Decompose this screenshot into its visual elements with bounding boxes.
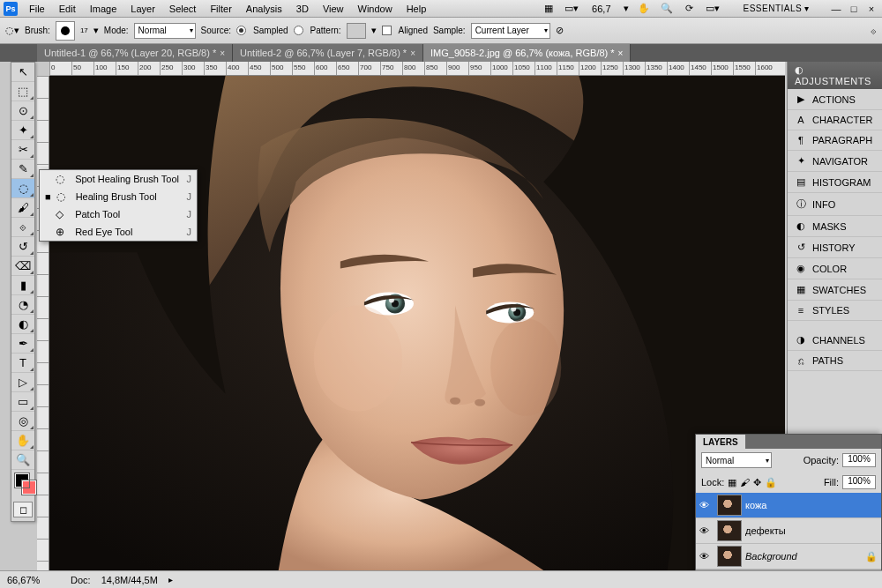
flyout-item[interactable]: ◌Spot Healing Brush ToolJ	[40, 170, 197, 188]
document-tab[interactable]: Untitled-2 @ 66,7% (Layer 7, RGB/8) *×	[233, 44, 423, 62]
layer-thumbnail[interactable]	[717, 546, 742, 567]
dodge-tool[interactable]: ◐	[11, 315, 34, 334]
panel-channels[interactable]: ◑CHANNELS	[788, 330, 882, 351]
shape-tool[interactable]: ▭	[11, 392, 34, 412]
menu-layer[interactable]: Layer	[124, 2, 161, 16]
panel-histogram[interactable]: ▤HISTOGRAM	[788, 172, 882, 193]
lasso-tool[interactable]: ⊙	[11, 101, 34, 121]
menu-view[interactable]: View	[317, 2, 350, 16]
rotate-icon[interactable]: ⟳	[682, 2, 698, 16]
panel-swatches[interactable]: ▦SWATCHES	[788, 279, 882, 301]
zoom-icon[interactable]: 🔍	[659, 2, 675, 16]
visibility-icon[interactable]: 👁	[699, 500, 714, 510]
zoom-tool[interactable]: 🔍	[11, 450, 34, 470]
screenmode-icon[interactable]: ▭▾	[705, 2, 721, 16]
layers-tab[interactable]: LAYERS	[696, 435, 745, 450]
lock-pixels-icon[interactable]: 🖌	[740, 477, 750, 488]
aligned-checkbox[interactable]	[382, 26, 392, 35]
flyout-item[interactable]: ■ ◌Healing Brush ToolJ	[40, 188, 197, 205]
maximize-button[interactable]: □	[847, 4, 861, 14]
panel-actions[interactable]: ▶ACTIONS	[788, 89, 882, 110]
quickmask-icon[interactable]: ◻	[13, 502, 33, 517]
crop-tool[interactable]: ✂	[11, 140, 34, 160]
pattern-swatch[interactable]	[347, 23, 366, 39]
panel-paths[interactable]: ⎌PATHS	[788, 351, 882, 371]
pen-tool[interactable]: ✒	[11, 334, 34, 354]
flyout-item[interactable]: ⊕Red Eye ToolJ	[40, 223, 197, 241]
panel-history[interactable]: ↺HISTORY	[788, 237, 882, 258]
hand-icon[interactable]: ✋	[636, 2, 652, 16]
visibility-icon[interactable]: 👁	[699, 551, 714, 562]
brush-preview[interactable]	[56, 21, 75, 41]
panel-color[interactable]: ◉COLOR	[788, 258, 882, 279]
wand-tool[interactable]: ✦	[11, 121, 34, 140]
menu-edit[interactable]: Edit	[53, 2, 82, 16]
panel-styles[interactable]: ≡STYLES	[788, 301, 882, 321]
tab-close-icon[interactable]: ×	[410, 48, 415, 58]
3d-tool[interactable]: ◎	[11, 412, 34, 431]
tab-close-icon[interactable]: ×	[618, 48, 624, 58]
panel-navigator[interactable]: ✦NAVIGATOR	[788, 151, 882, 172]
brush-tool[interactable]: 🖌	[11, 198, 34, 218]
lock-transparency-icon[interactable]: ▦	[728, 477, 736, 488]
layer-row[interactable]: 👁дефекты	[696, 518, 881, 544]
eyedropper-tool[interactable]: ✎	[11, 160, 34, 179]
menu-3d[interactable]: 3D	[290, 2, 315, 16]
tab-close-icon[interactable]: ×	[220, 48, 225, 58]
close-button[interactable]: ×	[864, 4, 878, 14]
layer-name[interactable]: Background	[745, 551, 797, 562]
pattern-radio[interactable]	[294, 26, 303, 35]
hand-tool[interactable]: ✋	[11, 431, 34, 450]
move-tool[interactable]: ↖	[11, 63, 34, 82]
tool-preset-icon[interactable]: ◌▾	[5, 25, 19, 36]
layer-name[interactable]: кожа	[745, 500, 766, 510]
stamp-tool[interactable]: ⟐	[11, 218, 34, 237]
menu-select[interactable]: Select	[163, 2, 203, 16]
minimize-button[interactable]: —	[829, 4, 843, 14]
panel-character[interactable]: ACHARACTER	[788, 110, 882, 130]
fill-field[interactable]: 100%	[842, 475, 876, 489]
status-zoom[interactable]: 66,67%	[7, 575, 60, 585]
healing-brush-tool[interactable]: ◌	[11, 179, 34, 198]
document-tab[interactable]: IMG_9058-2.jpg @ 66,7% (кожа, RGB/8) *×	[423, 44, 631, 62]
ignore-adj-icon[interactable]: ⊘	[556, 25, 564, 36]
eraser-tool[interactable]: ⌫	[11, 257, 34, 276]
menu-image[interactable]: Image	[84, 2, 123, 16]
canvas[interactable]	[49, 76, 785, 570]
adjustments-panel-header[interactable]: ◐ ADJUSTMENTS	[788, 62, 882, 89]
background-color[interactable]	[22, 480, 36, 495]
opacity-field[interactable]: 100%	[842, 453, 876, 467]
zoom-display[interactable]: 66,7	[587, 4, 616, 14]
layer-thumbnail[interactable]	[717, 520, 742, 541]
mode-dropdown[interactable]: Normal	[134, 23, 196, 39]
layer-thumbnail[interactable]	[717, 495, 742, 516]
menu-analysis[interactable]: Analysis	[240, 2, 288, 16]
menu-file[interactable]: File	[23, 2, 51, 16]
blur-tool[interactable]: ◔	[11, 295, 34, 315]
blend-mode-dropdown[interactable]: Normal	[701, 452, 772, 468]
visibility-icon[interactable]: 👁	[699, 525, 714, 536]
panel-paragraph[interactable]: ¶PARAGRAPH	[788, 130, 882, 151]
lock-position-icon[interactable]: ✥	[753, 477, 761, 488]
menu-help[interactable]: Help	[400, 2, 433, 16]
layer-row[interactable]: 👁Background🔒	[696, 544, 881, 569]
document-tab[interactable]: Untitled-1 @ 66,7% (Layer 20, RGB/8) *×	[37, 44, 233, 62]
path-select-tool[interactable]: ▷	[11, 373, 34, 392]
clone-source-icon[interactable]: ⟐	[871, 26, 877, 36]
marquee-tool[interactable]: ⬚	[11, 82, 34, 101]
sampled-radio[interactable]	[236, 26, 246, 35]
menu-window[interactable]: Window	[352, 2, 399, 16]
layer-name[interactable]: дефекты	[745, 525, 786, 536]
history-brush-tool[interactable]: ↺	[11, 237, 34, 257]
layout-icon[interactable]: ▭▾	[564, 2, 579, 16]
bridge-icon[interactable]: ▦	[541, 2, 557, 16]
menu-filter[interactable]: Filter	[204, 2, 237, 16]
workspace-switcher[interactable]: ESSENTIALS ▾	[738, 2, 815, 15]
panel-masks[interactable]: ◐MASKS	[788, 216, 882, 237]
gradient-tool[interactable]: ▮	[11, 276, 34, 295]
layer-row[interactable]: 👁кожа	[696, 493, 881, 518]
type-tool[interactable]: T	[11, 354, 34, 373]
lock-all-icon[interactable]: 🔒	[765, 477, 777, 488]
flyout-item[interactable]: ◇Patch ToolJ	[40, 205, 197, 223]
sample-dropdown[interactable]: Current Layer	[471, 23, 550, 39]
